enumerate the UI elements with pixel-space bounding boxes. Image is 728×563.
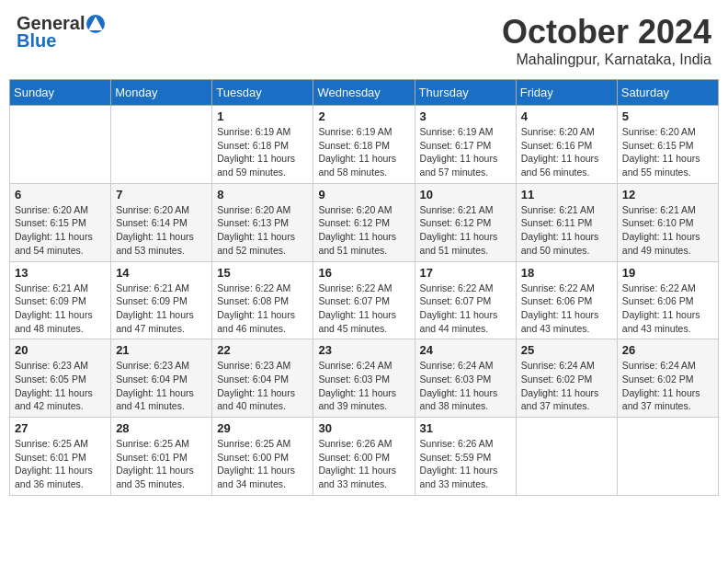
calendar-cell: 17Sunrise: 6:22 AMSunset: 6:07 PMDayligh… [415, 261, 516, 339]
day-number: 29 [217, 421, 308, 435]
day-number: 22 [217, 343, 308, 357]
day-number: 3 [420, 109, 511, 123]
day-number: 7 [116, 188, 207, 201]
calendar-cell: 9Sunrise: 6:20 AMSunset: 6:12 PMDaylight… [313, 183, 415, 261]
logo: General Blue [17, 13, 106, 52]
day-info: Sunrise: 6:20 AMSunset: 6:12 PMDaylight:… [318, 203, 409, 258]
day-header-monday: Monday [111, 80, 212, 106]
day-number: 19 [622, 266, 713, 280]
calendar-week-row: 1Sunrise: 6:19 AMSunset: 6:18 PMDaylight… [10, 106, 719, 184]
day-number: 6 [15, 188, 106, 201]
day-number: 5 [622, 109, 713, 123]
calendar-cell: 7Sunrise: 6:20 AMSunset: 6:14 PMDaylight… [111, 183, 212, 261]
calendar-cell: 25Sunrise: 6:24 AMSunset: 6:02 PMDayligh… [516, 339, 617, 418]
calendar-table: SundayMondayTuesdayWednesdayThursdayFrid… [9, 79, 719, 496]
calendar-cell: 24Sunrise: 6:24 AMSunset: 6:03 PMDayligh… [415, 339, 516, 418]
day-info: Sunrise: 6:20 AMSunset: 6:16 PMDaylight:… [521, 125, 612, 179]
calendar-cell: 11Sunrise: 6:21 AMSunset: 6:11 PMDayligh… [516, 183, 617, 261]
calendar-cell: 23Sunrise: 6:24 AMSunset: 6:03 PMDayligh… [313, 339, 415, 418]
day-number: 25 [521, 343, 612, 357]
day-number: 27 [15, 421, 106, 435]
calendar-cell: 21Sunrise: 6:23 AMSunset: 6:04 PMDayligh… [111, 339, 212, 418]
day-info: Sunrise: 6:20 AMSunset: 6:13 PMDaylight:… [217, 203, 308, 258]
calendar-cell [516, 418, 617, 496]
day-info: Sunrise: 6:19 AMSunset: 6:17 PMDaylight:… [420, 125, 511, 179]
day-info: Sunrise: 6:21 AMSunset: 6:11 PMDaylight:… [521, 203, 612, 258]
calendar-cell: 30Sunrise: 6:26 AMSunset: 6:00 PMDayligh… [313, 418, 415, 496]
day-number: 21 [116, 343, 207, 357]
calendar-cell: 31Sunrise: 6:26 AMSunset: 5:59 PMDayligh… [415, 418, 516, 496]
day-number: 20 [15, 343, 106, 357]
day-info: Sunrise: 6:20 AMSunset: 6:15 PMDaylight:… [15, 203, 106, 258]
day-number: 12 [622, 188, 713, 201]
day-info: Sunrise: 6:21 AMSunset: 6:10 PMDaylight:… [622, 203, 713, 258]
day-number: 15 [217, 266, 308, 280]
day-info: Sunrise: 6:20 AMSunset: 6:15 PMDaylight:… [622, 125, 713, 179]
day-header-wednesday: Wednesday [313, 80, 415, 106]
day-info: Sunrise: 6:22 AMSunset: 6:08 PMDaylight:… [217, 282, 308, 336]
calendar-week-row: 13Sunrise: 6:21 AMSunset: 6:09 PMDayligh… [10, 261, 719, 339]
day-info: Sunrise: 6:19 AMSunset: 6:18 PMDaylight:… [318, 125, 409, 179]
day-number: 10 [420, 188, 511, 201]
day-info: Sunrise: 6:22 AMSunset: 6:06 PMDaylight:… [622, 282, 713, 336]
day-info: Sunrise: 6:25 AMSunset: 6:00 PMDaylight:… [217, 437, 308, 491]
day-info: Sunrise: 6:24 AMSunset: 6:02 PMDaylight:… [521, 359, 612, 413]
day-info: Sunrise: 6:19 AMSunset: 6:18 PMDaylight:… [217, 125, 308, 179]
day-info: Sunrise: 6:23 AMSunset: 6:04 PMDaylight:… [116, 359, 207, 413]
day-number: 18 [521, 266, 612, 280]
calendar-cell: 6Sunrise: 6:20 AMSunset: 6:15 PMDaylight… [10, 183, 111, 261]
day-number: 1 [217, 109, 308, 123]
day-number: 8 [217, 188, 308, 201]
calendar-cell: 12Sunrise: 6:21 AMSunset: 6:10 PMDayligh… [617, 183, 718, 261]
day-info: Sunrise: 6:21 AMSunset: 6:09 PMDaylight:… [116, 282, 207, 336]
day-info: Sunrise: 6:25 AMSunset: 6:01 PMDaylight:… [116, 437, 207, 491]
calendar-cell [10, 106, 111, 184]
calendar-cell: 8Sunrise: 6:20 AMSunset: 6:13 PMDaylight… [212, 183, 313, 261]
calendar-cell: 22Sunrise: 6:23 AMSunset: 6:04 PMDayligh… [212, 339, 313, 418]
day-info: Sunrise: 6:25 AMSunset: 6:01 PMDaylight:… [15, 437, 106, 491]
day-info: Sunrise: 6:20 AMSunset: 6:14 PMDaylight:… [116, 203, 207, 258]
calendar-cell [617, 418, 718, 496]
calendar-cell: 14Sunrise: 6:21 AMSunset: 6:09 PMDayligh… [111, 261, 212, 339]
calendar-cell: 16Sunrise: 6:22 AMSunset: 6:07 PMDayligh… [313, 261, 415, 339]
logo-blue-text: Blue [17, 30, 56, 52]
calendar-cell: 3Sunrise: 6:19 AMSunset: 6:17 PMDaylight… [415, 106, 516, 184]
calendar-header-row: SundayMondayTuesdayWednesdayThursdayFrid… [10, 80, 719, 106]
day-number: 17 [420, 266, 511, 280]
day-number: 16 [318, 266, 409, 280]
calendar-cell: 27Sunrise: 6:25 AMSunset: 6:01 PMDayligh… [10, 418, 111, 496]
day-number: 4 [521, 109, 612, 123]
day-info: Sunrise: 6:23 AMSunset: 6:05 PMDaylight:… [15, 359, 106, 413]
day-number: 9 [318, 188, 409, 201]
day-info: Sunrise: 6:23 AMSunset: 6:04 PMDaylight:… [217, 359, 308, 413]
calendar-cell [111, 106, 212, 184]
day-number: 2 [318, 109, 409, 123]
day-number: 24 [420, 343, 511, 357]
day-header-thursday: Thursday [415, 80, 516, 106]
day-header-tuesday: Tuesday [212, 80, 313, 106]
day-number: 11 [521, 188, 612, 201]
day-info: Sunrise: 6:24 AMSunset: 6:03 PMDaylight:… [420, 359, 511, 413]
calendar-cell: 13Sunrise: 6:21 AMSunset: 6:09 PMDayligh… [10, 261, 111, 339]
day-number: 13 [15, 266, 106, 280]
calendar-cell: 28Sunrise: 6:25 AMSunset: 6:01 PMDayligh… [111, 418, 212, 496]
location: Mahalingpur, Karnataka, India [502, 52, 711, 68]
day-number: 31 [420, 421, 511, 435]
calendar-week-row: 20Sunrise: 6:23 AMSunset: 6:05 PMDayligh… [10, 339, 719, 418]
day-info: Sunrise: 6:22 AMSunset: 6:07 PMDaylight:… [420, 282, 511, 336]
day-info: Sunrise: 6:22 AMSunset: 6:07 PMDaylight:… [318, 282, 409, 336]
day-number: 14 [116, 266, 207, 280]
day-number: 30 [318, 421, 409, 435]
day-number: 23 [318, 343, 409, 357]
day-info: Sunrise: 6:21 AMSunset: 6:09 PMDaylight:… [15, 282, 106, 336]
day-header-friday: Friday [516, 80, 617, 106]
day-info: Sunrise: 6:21 AMSunset: 6:12 PMDaylight:… [420, 203, 511, 258]
month-title: October 2024 [502, 13, 711, 52]
calendar-week-row: 27Sunrise: 6:25 AMSunset: 6:01 PMDayligh… [10, 418, 719, 496]
title-block: October 2024 Mahalingpur, Karnataka, Ind… [502, 13, 711, 68]
calendar-cell: 10Sunrise: 6:21 AMSunset: 6:12 PMDayligh… [415, 183, 516, 261]
page-header: General Blue October 2024 Mahalingpur, K… [9, 9, 719, 72]
day-info: Sunrise: 6:24 AMSunset: 6:03 PMDaylight:… [318, 359, 409, 413]
calendar-cell: 15Sunrise: 6:22 AMSunset: 6:08 PMDayligh… [212, 261, 313, 339]
calendar-cell: 1Sunrise: 6:19 AMSunset: 6:18 PMDaylight… [212, 106, 313, 184]
